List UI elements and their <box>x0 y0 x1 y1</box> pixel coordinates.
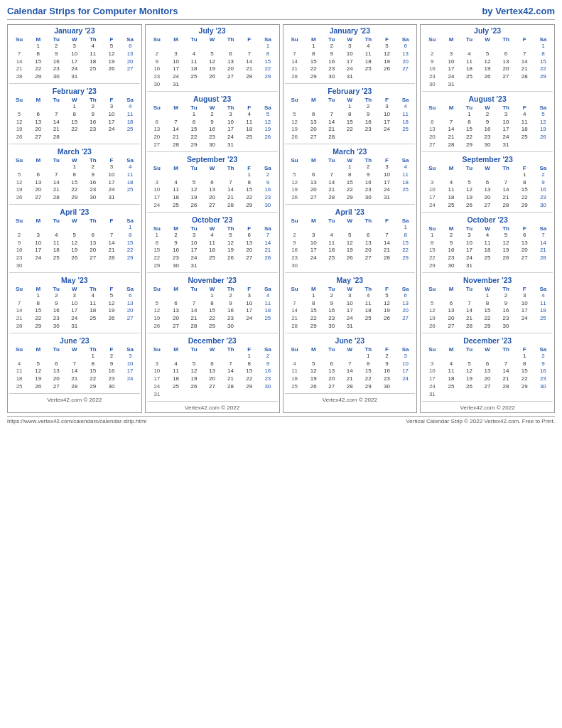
day-cell <box>120 73 139 81</box>
day-header: Su <box>147 165 167 171</box>
day-cell <box>285 353 305 360</box>
day-cell: 1 <box>516 353 534 360</box>
day-cell <box>240 391 258 399</box>
day-cell: 27 <box>47 383 65 391</box>
day-cell: 16 <box>221 307 240 315</box>
day-cell: 5 <box>305 360 323 368</box>
day-cell: 16 <box>378 368 396 375</box>
day-header: Su <box>285 157 305 164</box>
day-cell: 8 <box>65 111 83 119</box>
day-cell: 1 <box>341 164 359 171</box>
day-header: Tu <box>323 97 341 103</box>
day-cell: 24 <box>422 383 442 391</box>
day-cell: 5 <box>422 300 442 308</box>
day-cell: 7 <box>9 300 29 308</box>
day-cell <box>47 262 65 270</box>
day-cell: 10 <box>102 111 120 119</box>
day-header: F <box>516 36 534 43</box>
day-cell: 17 <box>185 247 203 255</box>
day-cell: 1 <box>534 43 553 50</box>
day-cell <box>359 134 378 141</box>
day-cell: 10 <box>185 240 203 247</box>
day-cell: 20 <box>147 134 167 141</box>
day-cell: 10 <box>29 240 47 247</box>
day-cell: 18 <box>396 119 415 127</box>
day-cell: 30 <box>378 383 396 391</box>
day-cell <box>496 353 515 360</box>
day-cell: 6 <box>516 232 534 240</box>
day-cell: 26 <box>478 73 496 81</box>
day-cell: 10 <box>102 171 120 179</box>
day-cell: 22 <box>29 65 47 73</box>
strip-3: January '23SuMTuWThFSa123456789101112131… <box>283 24 418 413</box>
day-header: Tu <box>47 157 65 164</box>
strip-footer-year: © 2022 <box>220 405 239 411</box>
day-cell: 5 <box>258 111 277 119</box>
day-cell: 6 <box>83 232 102 240</box>
day-cell: 4 <box>460 50 479 58</box>
day-cell: 7 <box>323 111 341 119</box>
day-cell: 9 <box>359 111 378 119</box>
day-header: W <box>65 286 83 292</box>
day-header: W <box>341 157 359 164</box>
day-cell: 21 <box>65 375 83 383</box>
day-cell: 5 <box>185 360 203 368</box>
month-block: December '23SuMTuWThFSa12345678910111213… <box>422 336 553 402</box>
day-cell: 18 <box>120 119 139 127</box>
day-cell: 5 <box>65 232 83 240</box>
day-cell: 24 <box>120 375 139 383</box>
day-cell: 20 <box>167 315 185 323</box>
day-cell: 8 <box>478 300 496 308</box>
day-cell: 15 <box>534 58 553 66</box>
day-cell: 20 <box>396 307 415 315</box>
strip-footer-site: Vertex42.com <box>47 397 82 403</box>
day-cell: 9 <box>534 179 553 187</box>
day-cell <box>359 323 378 331</box>
day-cell: 26 <box>258 134 277 141</box>
day-cell: 14 <box>221 186 240 194</box>
day-cell: 6 <box>442 300 460 308</box>
day-cell <box>120 383 139 391</box>
day-header: Su <box>285 286 305 292</box>
day-cell <box>47 224 65 232</box>
day-cell: 28 <box>323 134 341 141</box>
day-header: M <box>167 286 185 292</box>
day-cell: 3 <box>185 232 203 240</box>
day-cell: 23 <box>422 73 442 81</box>
day-cell: 12 <box>285 119 305 127</box>
day-cell: 16 <box>203 126 221 134</box>
day-cell: 4 <box>442 360 460 368</box>
day-cell: 3 <box>147 179 167 187</box>
day-cell: 16 <box>47 307 65 315</box>
month-title: October '23 <box>422 215 553 224</box>
day-cell: 28 <box>496 383 515 391</box>
day-cell: 20 <box>442 315 460 323</box>
day-cell <box>396 194 415 202</box>
day-cell <box>83 224 102 232</box>
day-cell <box>534 141 553 149</box>
day-cell: 15 <box>185 126 203 134</box>
day-cell: 5 <box>285 111 305 119</box>
day-cell: 19 <box>285 186 305 194</box>
day-cell: 3 <box>442 50 460 58</box>
day-cell <box>359 73 378 81</box>
day-cell: 8 <box>422 240 442 247</box>
day-cell: 31 <box>167 81 185 89</box>
day-cell: 3 <box>378 103 396 111</box>
strip-1: January '23SuMTuWThFSa123456789101112131… <box>7 24 142 413</box>
day-cell: 14 <box>534 240 553 247</box>
day-cell: 20 <box>516 247 534 255</box>
day-cell: 25 <box>442 383 460 391</box>
strip-2: July '23SuMTuWThFSa123456789101112131415… <box>145 24 280 413</box>
month-block: June '23SuMTuWThFSa123456789101112131415… <box>285 336 416 394</box>
day-cell: 10 <box>221 119 240 127</box>
day-cell <box>285 164 305 171</box>
month-title: April '23 <box>9 208 140 216</box>
day-cell <box>359 262 378 270</box>
day-cell: 26 <box>534 134 553 141</box>
day-cell: 9 <box>102 360 120 368</box>
day-cell: 13 <box>167 307 185 315</box>
day-cell: 24 <box>147 383 167 391</box>
day-cell: 28 <box>167 141 185 149</box>
day-cell <box>203 391 221 399</box>
